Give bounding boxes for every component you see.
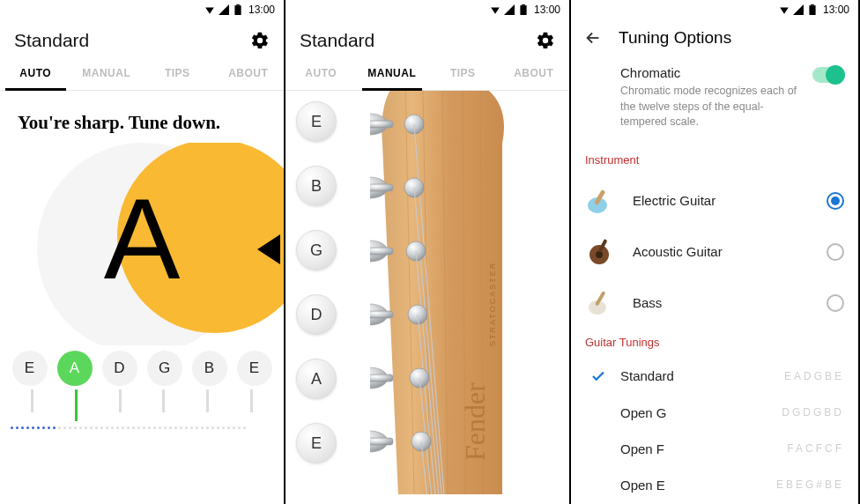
battery-icon [807, 4, 818, 15]
svg-rect-26 [370, 374, 393, 382]
chromatic-title: Chromatic [620, 65, 804, 80]
svg-rect-30 [370, 438, 393, 445]
tick [206, 389, 209, 412]
string-D[interactable]: D [102, 351, 137, 386]
gear-icon[interactable] [250, 31, 270, 50]
svg-point-38 [596, 251, 603, 258]
tuning-label: Standard [620, 368, 775, 383]
radio[interactable] [827, 243, 844, 261]
radio[interactable] [827, 294, 844, 312]
clock: 13:00 [823, 4, 849, 16]
tab-bar: AUTO MANUAL TIPS ABOUT [285, 58, 569, 91]
back-icon[interactable] [583, 28, 603, 48]
header: Standard [285, 19, 569, 58]
peg-E-low[interactable]: E [296, 423, 337, 463]
signal-down-icon [779, 4, 790, 15]
headstock-model: STRATOCASTER [488, 262, 497, 346]
instrument-label: Electric Guitar [633, 193, 812, 208]
tuning-name-title: Standard [300, 30, 374, 51]
peg-E-high[interactable]: E [296, 101, 337, 142]
acoustic-guitar-icon [585, 235, 619, 269]
tick-active [75, 389, 78, 421]
tab-tips[interactable]: TIPS [142, 58, 213, 90]
section-tunings: Guitar Tunings [571, 329, 858, 358]
svg-rect-3 [522, 4, 525, 5]
battery-icon [518, 4, 529, 15]
string-E-low[interactable]: E [12, 351, 48, 386]
screen-manual-tuner: 13:00 Standard AUTO MANUAL TIPS ABOUT E … [285, 0, 571, 504]
signal-down-icon [204, 4, 215, 15]
tab-auto[interactable]: AUTO [285, 58, 357, 90]
status-bar: 13:00 [571, 0, 858, 19]
svg-rect-10 [370, 121, 393, 128]
chromatic-toggle[interactable] [812, 67, 844, 83]
status-bar: 13:00 [0, 0, 284, 19]
section-instrument: Instrument [571, 146, 858, 175]
screen-tuning-options: 13:00 Tuning Options Chromatic Chromatic… [571, 0, 860, 504]
signal-icon [793, 4, 804, 15]
battery-icon [233, 4, 243, 15]
string-selector: E A D G B E [0, 345, 284, 386]
headstock-brand: Fender [459, 382, 491, 461]
instrument-acoustic-guitar[interactable]: Acoustic Guitar [571, 226, 858, 278]
tuning-open-g[interactable]: Open G DGDGBD [571, 395, 858, 431]
tuning-dial: A [0, 143, 284, 345]
tab-about[interactable]: ABOUT [499, 58, 570, 90]
current-note: A [0, 182, 284, 296]
tuning-name-title: Standard [14, 30, 89, 51]
tuning-label: Open E [620, 478, 767, 493]
clock: 13:00 [534, 4, 560, 16]
peg-column: E B G D A E [296, 101, 337, 463]
tab-bar: AUTO MANUAL TIPS ABOUT [0, 58, 284, 91]
string-B[interactable]: B [192, 351, 227, 386]
radio-selected[interactable] [827, 192, 844, 210]
screen-auto-tuner: 13:00 Standard AUTO MANUAL TIPS ABOUT Yo… [0, 0, 285, 504]
page-title: Tuning Options [619, 28, 731, 48]
tab-auto[interactable]: AUTO [0, 58, 71, 90]
tab-manual[interactable]: MANUAL [71, 58, 143, 90]
tick-meter [0, 386, 284, 425]
tab-tips[interactable]: TIPS [427, 58, 499, 90]
svg-rect-14 [370, 184, 393, 191]
manual-body: E B G D A E [285, 91, 569, 494]
check-icon [590, 368, 606, 384]
signal-icon [504, 4, 515, 15]
electric-guitar-icon [585, 184, 619, 218]
string-E-high[interactable]: E [237, 351, 272, 386]
peg-A[interactable]: A [296, 359, 337, 399]
tuning-standard[interactable]: Standard EADGBE [571, 358, 858, 395]
peg-D[interactable]: D [296, 294, 337, 335]
gear-icon[interactable] [536, 31, 555, 50]
string-G[interactable]: G [147, 351, 182, 386]
tuning-open-e[interactable]: Open E EBEG#BE [571, 467, 858, 503]
instrument-bass[interactable]: Bass [571, 278, 858, 329]
chromatic-option[interactable]: Chromatic Chromatic mode recognizes each… [571, 53, 858, 146]
tuning-notes: FACFCF [787, 442, 844, 455]
tuning-notes: DGDGBD [782, 406, 844, 419]
waveform-dots [0, 425, 284, 431]
tick [119, 389, 122, 412]
signal-down-icon [490, 4, 500, 15]
instrument-label: Bass [633, 295, 812, 310]
tuning-label: Open F [620, 441, 778, 456]
instrument-electric-guitar[interactable]: Electric Guitar [571, 175, 858, 226]
svg-rect-2 [520, 5, 526, 15]
header: Standard [0, 19, 284, 58]
tuning-message: You're sharp. Tune down. [0, 91, 284, 143]
svg-rect-22 [370, 311, 393, 318]
peg-G[interactable]: G [296, 230, 337, 271]
svg-rect-34 [811, 4, 814, 5]
tab-about[interactable]: ABOUT [213, 58, 285, 90]
tick [31, 389, 33, 412]
options-header: Tuning Options [571, 19, 858, 53]
svg-rect-33 [809, 5, 815, 15]
svg-rect-0 [234, 5, 241, 15]
tab-manual[interactable]: MANUAL [357, 58, 428, 90]
clock: 13:00 [248, 4, 275, 16]
tuning-open-f[interactable]: Open F FACFCF [571, 431, 858, 467]
chromatic-desc: Chromatic mode recognizes each of the tw… [620, 84, 804, 130]
peg-B[interactable]: B [296, 166, 337, 206]
status-bar: 13:00 [285, 0, 569, 19]
signal-icon [219, 4, 229, 15]
string-A[interactable]: A [57, 351, 93, 386]
